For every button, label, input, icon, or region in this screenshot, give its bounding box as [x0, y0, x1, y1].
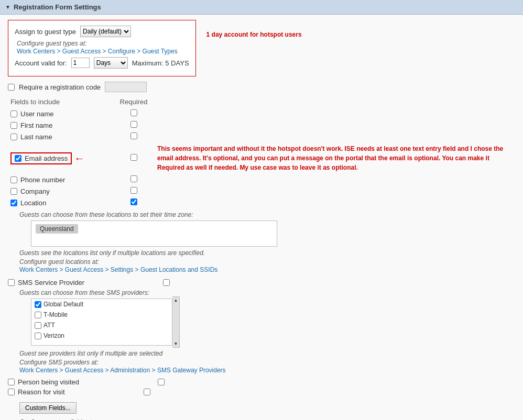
table-row: Phone number [8, 174, 515, 185]
last-name-required-checkbox[interactable] [130, 132, 137, 139]
table-row: User name [8, 108, 515, 119]
account-valid-label: Account valid for: [15, 59, 67, 67]
require-reg-code-label: Require a registration code [19, 83, 101, 91]
section-body: Assign to guest type Daily (default) Wee… [0, 15, 523, 420]
sms-label: SMS Service Provider [18, 279, 84, 286]
verizon-checkbox[interactable] [35, 333, 41, 339]
email-label: Email address [25, 154, 68, 162]
last-name-include-checkbox[interactable] [10, 134, 17, 140]
location-box: Queensland [31, 220, 277, 247]
reg-code-input[interactable] [105, 82, 147, 92]
configure-guest-types-link[interactable]: Work Centers > Guest Access > Configure … [17, 48, 178, 55]
table-row: First name [8, 119, 515, 131]
email-row: Email address ← This seems important and… [8, 142, 515, 174]
hotspot-note: 1 day account for hotspot users [206, 31, 302, 38]
location-include-checkbox[interactable] [10, 200, 17, 206]
list-item: ATT [31, 320, 172, 330]
require-reg-code-checkbox[interactable] [8, 84, 15, 91]
custom-fields-button[interactable]: Custom Fields... [19, 402, 77, 414]
sms-providers-note: Guests can choose from these SMS provide… [19, 289, 149, 296]
location-tag: Queensland [36, 224, 78, 234]
location-required-checkbox[interactable] [130, 198, 137, 205]
location-guests-note: Guests see the locations list only if mu… [19, 249, 205, 257]
company-required-checkbox[interactable] [130, 187, 137, 194]
phone-include-checkbox[interactable] [10, 176, 17, 183]
reason-visit-checkbox[interactable] [8, 389, 15, 395]
email-include-checkbox[interactable] [15, 155, 21, 162]
verizon-label: Verizon [43, 332, 64, 339]
att-checkbox[interactable] [35, 322, 41, 329]
company-include-checkbox[interactable] [10, 188, 17, 195]
global-default-label: Global Default [43, 301, 83, 308]
tmobile-label: T-Mobile [43, 311, 68, 318]
configure-locations-label: Configure guest locations at: [19, 258, 99, 266]
list-item: Verizon [31, 330, 172, 341]
fields-table: Fields to include Required User name [8, 96, 515, 208]
person-visited-label: Person being visited [18, 378, 79, 386]
user-name-include-checkbox[interactable] [10, 110, 17, 117]
table-row: Location [8, 197, 515, 208]
sms-guest-note: Guest see providers list only if multipl… [19, 350, 162, 357]
last-name-label: Last name [20, 133, 52, 141]
account-valid-unit-select[interactable]: Days Hours Minutes Weeks [94, 57, 128, 69]
custom-fields-container: Custom Fields... [8, 400, 515, 416]
email-arrow-icon: ← [74, 152, 84, 164]
att-label: ATT [43, 322, 55, 329]
user-name-label: User name [20, 110, 54, 118]
global-default-checkbox[interactable] [35, 301, 41, 308]
tmobile-checkbox[interactable] [35, 312, 41, 318]
section-title: Registration Form Settings [14, 3, 101, 11]
table-row: Last name [8, 131, 515, 142]
fields-required-header: Required [113, 96, 155, 108]
configure-sms-label: Configure SMS providers at: [19, 359, 99, 366]
person-visited-required-checkbox[interactable] [158, 379, 165, 385]
sms-providers-container: Guests can choose from these SMS provide… [19, 289, 515, 374]
sms-list: Global Default T-Mobile ATT Verizon [31, 299, 172, 346]
email-annotation: This seems important and without it the … [157, 144, 503, 171]
first-name-include-checkbox[interactable] [10, 122, 17, 129]
table-row: Company [8, 185, 515, 197]
sms-row: SMS Service Provider [8, 279, 515, 286]
list-item: Global Default [31, 299, 172, 310]
sms-required-checkbox[interactable] [163, 279, 170, 286]
phone-label: Phone number [20, 176, 65, 184]
guest-type-box: Assign to guest type Daily (default) Wee… [8, 20, 196, 76]
sms-list-wrapper: Global Default T-Mobile ATT Verizon [19, 296, 515, 348]
reason-visit-row: Reason for visit [8, 388, 515, 396]
scroll-up-icon[interactable]: ▲ [174, 298, 178, 303]
guest-type-select[interactable]: Daily (default) Weekly Monthly [80, 26, 131, 37]
scroll-down-icon[interactable]: ▼ [174, 341, 178, 346]
configure-custom-container: Configure custom fields at: Work Centers… [19, 418, 515, 420]
reason-visit-label: Reason for visit [18, 388, 65, 396]
configure-locations-link[interactable]: Work Centers > Guest Access > Settings >… [19, 266, 217, 273]
email-required-checkbox[interactable] [130, 154, 137, 161]
first-name-required-checkbox[interactable] [130, 121, 137, 128]
company-label: Company [20, 187, 50, 195]
fields-include-header: Fields to include [8, 96, 113, 108]
account-valid-max: Maximum: 5 DAYS [132, 59, 189, 67]
require-reg-code-row: Require a registration code [8, 82, 515, 92]
sms-include-checkbox[interactable] [8, 279, 15, 286]
person-visited-checkbox[interactable] [8, 379, 15, 385]
section-header: ▼ Registration Form Settings [0, 0, 523, 15]
reason-visit-required-checkbox[interactable] [144, 389, 150, 395]
assign-guest-type-label: Assign to guest type [15, 28, 76, 36]
location-label: Location [20, 199, 46, 207]
first-name-label: First name [20, 121, 52, 129]
location-note: Guests can choose from these locations t… [19, 211, 193, 218]
list-item: T-Mobile [31, 310, 172, 320]
phone-required-checkbox[interactable] [130, 175, 137, 182]
collapse-icon[interactable]: ▼ [5, 4, 10, 10]
person-visited-row: Person being visited [8, 378, 515, 386]
account-valid-input[interactable] [71, 58, 90, 68]
configure-sms-link[interactable]: Work Centers > Guest Access > Administra… [19, 367, 226, 374]
user-name-required-checkbox[interactable] [130, 109, 137, 116]
page-container: ▼ Registration Form Settings Assign to g… [0, 0, 523, 420]
location-note-container: Guests can choose from these locations t… [19, 211, 515, 273]
configure-guest-label: Configure guest types at: [17, 40, 86, 47]
